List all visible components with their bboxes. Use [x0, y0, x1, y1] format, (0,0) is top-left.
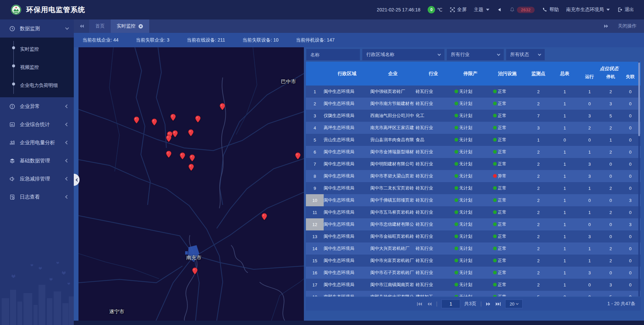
map-pin-icon[interactable]: [294, 152, 302, 160]
sidebar-item-log-view[interactable]: 日志查看: [0, 188, 74, 206]
table-row[interactable]: 1阆中生态环境局阆中强锐页岩砖厂砖瓦行业无计划正常21120: [306, 86, 641, 98]
cell-company: 阆中市二龙长宝页岩砖: [370, 185, 416, 191]
page-number-input[interactable]: [441, 300, 460, 308]
sound-toggle[interactable]: [497, 7, 502, 12]
table-row[interactable]: 7阆中生态环境局阆中明阳建材有限公司砖瓦行业无计划正常21300: [306, 158, 641, 170]
map-city-label: 遂宁市: [109, 309, 124, 315]
theme-dropdown[interactable]: 主题: [474, 7, 489, 13]
table-row[interactable]: 14阆中生态环境局阆中大兴页岩机砖厂砖瓦行业无计划正常21120: [306, 242, 641, 255]
map-pin-icon[interactable]: [187, 129, 195, 137]
map-panel[interactable]: 巴中市南充市遂宁市: [78, 47, 304, 321]
prev-page-button[interactable]: [426, 301, 432, 307]
map-pin-icon[interactable]: [187, 163, 195, 171]
tab-scroll-left-button[interactable]: [74, 19, 89, 33]
map-pin-icon[interactable]: [188, 154, 196, 162]
table-row[interactable]: 18南部生态环境局南部县砖华水泥有限公建材加工无计划正常50050: [306, 291, 641, 296]
page-size-select[interactable]: 20: [505, 300, 523, 308]
map-pin-icon[interactable]: [218, 103, 226, 111]
table-row[interactable]: 15阆中生态环境局阆中市光富页岩机砖厂砖瓦行业无计划正常21120: [306, 255, 641, 267]
cell-meter: 1: [552, 246, 578, 251]
chevron-down-icon: [516, 302, 519, 305]
sidebar-item-emergency-reduction[interactable]: 应急减排管理: [0, 170, 74, 188]
table-row[interactable]: 3仪陇生态环境局西南油气田分公司川中化工无计划正常71350: [306, 110, 641, 122]
table-row[interactable]: 8阆中生态环境局阆中市枣碧大梁山页岩砖瓦行业无计划异常21300: [306, 170, 641, 182]
cell-lost: 0: [620, 186, 641, 191]
map-pin-icon[interactable]: [191, 267, 199, 275]
status-dot-green-icon: [454, 90, 458, 93]
map-pin-icon[interactable]: [132, 116, 141, 124]
cell-meter: 1: [552, 174, 578, 179]
sidebar-item-company-statistics[interactable]: 企业综合统计: [0, 115, 74, 133]
cell-facility: 正常: [490, 209, 525, 215]
sidebar-subitem-实时监控[interactable]: 实时监控: [0, 40, 74, 58]
map-pin-icon[interactable]: [194, 115, 202, 123]
scrollbar-thumb[interactable]: [638, 62, 640, 136]
industry-filter-select[interactable]: 所有行业: [447, 49, 504, 60]
cell-industry: 砖瓦行业: [416, 197, 451, 203]
status-dot-green-icon: [454, 222, 458, 226]
table-row[interactable]: 17阆中生态环境局阆中市江南镇阆南页岩砖瓦行业无计划正常21030: [306, 279, 641, 291]
status-dot-green-icon: [493, 162, 497, 166]
sidebar-item-power-analysis[interactable]: 企业用电量分析: [0, 133, 74, 152]
cell-run: 1: [578, 150, 601, 155]
cell-industry: 砖瓦行业: [416, 221, 451, 227]
sidebar-item-data-monitor[interactable]: 数据监测: [0, 19, 74, 38]
cell-stop: 0: [601, 174, 620, 179]
cell-lost: 0: [620, 246, 641, 251]
cell-points: 1: [525, 138, 552, 143]
col-lost: 失联: [620, 72, 641, 86]
table-scrollbar[interactable]: [638, 62, 640, 296]
table-row[interactable]: 11阆中生态环境局阆中市五马桥页岩机砖砖瓦行业无计划正常21120: [306, 206, 641, 218]
sidebar-item-company-abnormal[interactable]: 企业异常: [0, 97, 74, 115]
map-pin-icon[interactable]: [260, 213, 268, 221]
sidebar-subitem-视频监控[interactable]: 视频监控: [0, 58, 74, 76]
close-operations-button[interactable]: 关闭操作: [618, 23, 637, 29]
last-page-button[interactable]: [495, 301, 501, 307]
status-filter-select[interactable]: 所有状态: [506, 49, 545, 60]
table-row[interactable]: 2阆中生态环境局阆中市南方节能建材有砖瓦行业无计划正常21030: [306, 98, 641, 110]
table-row[interactable]: 5营山生态环境局营山县润丰肉食品有限食品无计划正常10010: [306, 134, 641, 146]
cell-stop: 2: [601, 186, 620, 191]
cell-run: 2: [578, 125, 601, 130]
table-row[interactable]: 6阆中生态环境局阆中市金博瑞新型墙材砖瓦行业无计划正常21120: [306, 146, 641, 158]
status-dot-green-icon: [493, 90, 497, 93]
cell-industry: 化工: [416, 113, 451, 119]
megaphone-icon: [9, 176, 15, 182]
logout-button[interactable]: 退出: [617, 7, 634, 13]
help-button[interactable]: 帮助: [542, 7, 559, 13]
notifications-button[interactable]: 2632: [509, 7, 535, 13]
tab-close-icon[interactable]: [138, 24, 143, 29]
table-row[interactable]: 4高坪生态环境局南充市高坪区王家店建砖瓦行业无计划正常31220: [306, 122, 641, 134]
cell-industry: 砖瓦行业: [416, 173, 451, 179]
next-page-button[interactable]: [486, 301, 491, 307]
map-pin-icon[interactable]: [169, 113, 177, 121]
sidebar-item-base-data[interactable]: 基础数据管理: [0, 152, 74, 170]
double-chevron-right-icon: [486, 303, 491, 308]
name-filter-input[interactable]: [306, 49, 360, 60]
table-row[interactable]: 9阆中生态环境局阆中市二龙长宝页岩砖砖瓦行业无计划正常21120: [306, 182, 641, 194]
tab-realtime-monitor[interactable]: 实时监控: [111, 19, 149, 33]
status-dot-green-icon: [454, 162, 458, 166]
table-row[interactable]: 10阆中生态环境局阆中千佛镇五郎垭页岩砖瓦行业无计划正常21003: [306, 194, 641, 206]
fullscreen-button[interactable]: 全屏: [450, 7, 467, 13]
map-roads: [78, 47, 304, 321]
status-dot-green-icon: [493, 222, 497, 226]
map-pin-icon[interactable]: [165, 150, 173, 158]
status-dot-green-icon: [454, 198, 458, 202]
region-filter-select[interactable]: 行政区域名称: [362, 49, 444, 60]
table-row[interactable]: 13阆中生态环境局阆中市金福旺页岩机砖砖瓦行业无计划正常21300: [306, 230, 641, 242]
table-row[interactable]: 16阆中生态环境局阆中市石子页岩机砖厂砖瓦行业无计划正常21300: [306, 267, 641, 279]
map-pin-icon[interactable]: [150, 118, 158, 126]
org-dropdown[interactable]: 南充市生态环境局: [566, 7, 610, 13]
cell-lost: 0: [620, 150, 641, 155]
tab-home[interactable]: 首页: [89, 19, 111, 33]
cell-production: 无计划: [451, 209, 490, 215]
map-pin-icon[interactable]: [178, 152, 186, 160]
cell-stop: 2: [601, 89, 620, 94]
sidebar-subitem-企业电力负荷明细[interactable]: 企业电力负荷明细: [0, 76, 74, 95]
first-page-button[interactable]: [417, 301, 422, 307]
col-row-number: [306, 62, 324, 86]
map-pin-icon[interactable]: [165, 134, 173, 143]
double-chevron-right-icon[interactable]: [604, 23, 609, 29]
table-row[interactable]: 12阆中生态环境局阆中市忠信建材有限公砖瓦行业无计划正常21003: [306, 218, 641, 230]
